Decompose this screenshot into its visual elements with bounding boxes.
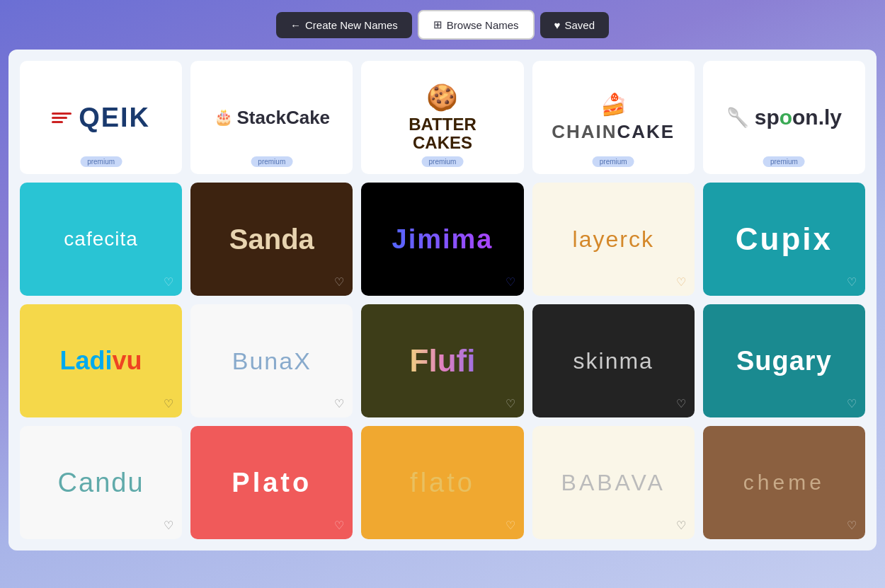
premium-badge: premium — [422, 156, 464, 167]
card-chaincake[interactable]: 🍰 CHAINCAKE premium — [532, 61, 695, 174]
qeik-logo-text: QEIK — [79, 103, 150, 133]
battercakes-logo-text: BATTERCAKES — [409, 115, 476, 153]
heart-icon: ♥ — [554, 19, 561, 31]
card-cafecita[interactable]: cafecita ♡ — [20, 183, 182, 296]
favorite-icon[interactable]: ♡ — [676, 397, 686, 410]
card-skinma[interactable]: skinma ♡ — [532, 304, 695, 417]
layerck-logo-text: layerck — [573, 226, 654, 253]
card-sanda[interactable]: Sanda ♡ — [190, 183, 353, 296]
favorite-icon[interactable]: ♡ — [164, 397, 173, 410]
card-cheme[interactable]: cheme ♡ — [703, 426, 865, 539]
favorite-icon[interactable]: ♡ — [676, 519, 686, 532]
favorite-icon[interactable]: ♡ — [334, 275, 344, 289]
card-layerck[interactable]: layerck ♡ — [532, 183, 695, 296]
card-cupix[interactable]: Cupix ♡ — [703, 183, 865, 296]
sanda-logo-text: Sanda — [229, 224, 314, 255]
card-sugary[interactable]: Sugary ♡ — [703, 304, 865, 417]
plato-logo-text: Plato — [232, 468, 312, 498]
favorite-icon[interactable]: ♡ — [334, 519, 344, 532]
saved-button[interactable]: ♥ Saved — [540, 12, 609, 38]
arrow-left-icon: ← — [290, 19, 301, 31]
create-new-names-button[interactable]: ← Create New Names — [276, 12, 412, 38]
card-flufi[interactable]: Flufi ♡ — [361, 304, 523, 417]
favorite-icon[interactable]: ♡ — [847, 519, 857, 532]
card-jimima[interactable]: Jimima ♡ — [361, 183, 523, 296]
card-bunax[interactable]: BunaX ♡ — [190, 304, 353, 417]
browse-names-button[interactable]: ⊞ Browse Names — [418, 10, 535, 40]
card-candu[interactable]: Candu ♡ — [20, 426, 182, 539]
candu-logo-text: Candu — [58, 468, 144, 498]
premium-badge: premium — [763, 156, 805, 167]
grid-icon: ⊞ — [433, 18, 442, 31]
favorite-icon[interactable]: ♡ — [506, 519, 515, 532]
cafecita-logo-text: cafecita — [64, 228, 138, 250]
favorite-icon[interactable]: ♡ — [506, 275, 515, 289]
card-spoonLy[interactable]: 🥄 spoon.ly premium — [703, 61, 865, 174]
jimima-logo-text: Jimima — [392, 224, 493, 255]
ladivu-logo-text: Ladivu — [60, 346, 142, 376]
card-ladivu[interactable]: Ladivu ♡ — [20, 304, 182, 417]
favorite-icon[interactable]: ♡ — [847, 397, 857, 410]
favorite-icon[interactable]: ♡ — [506, 397, 515, 410]
favorite-icon[interactable]: ♡ — [164, 519, 173, 532]
cupix-logo-text: Cupix — [736, 221, 833, 257]
names-grid: QEIK premium 🎂 StackCake premium 🍪 BATTE… — [8, 50, 877, 550]
card-babava[interactable]: BABAVA ♡ — [532, 426, 695, 539]
premium-badge: premium — [593, 156, 634, 167]
card-flato[interactable]: flato ♡ — [361, 426, 523, 539]
favorite-icon[interactable]: ♡ — [676, 275, 686, 289]
favorite-icon[interactable]: ♡ — [164, 275, 173, 289]
favorite-icon[interactable]: ♡ — [334, 397, 344, 410]
chaincake-logo-text: CHAINCAKE — [552, 121, 675, 143]
favorite-icon[interactable]: ♡ — [847, 275, 857, 289]
card-plato[interactable]: Plato ♡ — [190, 426, 353, 539]
card-qeik[interactable]: QEIK premium — [20, 61, 182, 174]
bunax-logo-text: BunaX — [232, 347, 312, 375]
card-stackcake[interactable]: 🎂 StackCake premium — [190, 61, 353, 174]
top-navigation: ← Create New Names ⊞ Browse Names ♥ Save… — [0, 0, 885, 50]
premium-badge: premium — [251, 156, 292, 167]
card-battercakes[interactable]: 🍪 BATTERCAKES premium — [361, 61, 523, 174]
flato-logo-text: flato — [410, 468, 475, 498]
flufi-logo-text: Flufi — [410, 343, 476, 379]
skinma-logo-text: skinma — [573, 348, 653, 374]
cheme-logo-text: cheme — [743, 471, 825, 495]
babava-logo-text: BABAVA — [561, 470, 666, 496]
sugary-logo-text: Sugary — [736, 346, 832, 376]
premium-badge: premium — [80, 156, 122, 167]
spoonLy-logo-text: spoon.ly — [755, 105, 842, 129]
stackcake-logo-text: StackCake — [237, 107, 331, 129]
